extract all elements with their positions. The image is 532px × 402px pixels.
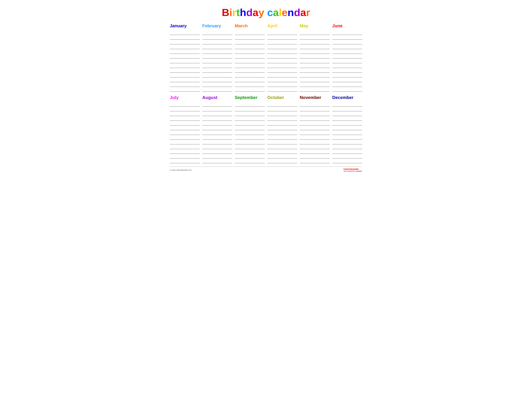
line[interactable] — [267, 130, 298, 135]
line[interactable] — [235, 77, 265, 82]
line[interactable] — [202, 102, 232, 107]
line[interactable] — [170, 73, 200, 77]
line[interactable] — [300, 102, 330, 107]
line[interactable] — [300, 125, 330, 130]
line[interactable] — [202, 116, 232, 121]
line[interactable] — [170, 154, 200, 159]
line[interactable] — [235, 44, 265, 49]
line[interactable] — [235, 144, 265, 149]
line[interactable] — [202, 111, 232, 116]
line[interactable] — [332, 130, 362, 135]
line[interactable] — [235, 73, 265, 77]
line[interactable] — [332, 59, 362, 63]
line[interactable] — [300, 44, 330, 49]
line[interactable] — [332, 54, 362, 59]
line[interactable] — [300, 144, 330, 149]
line[interactable] — [235, 102, 265, 107]
line[interactable] — [202, 35, 232, 40]
line[interactable] — [170, 40, 200, 44]
line[interactable] — [332, 135, 362, 140]
line[interactable] — [300, 130, 330, 135]
line[interactable] — [300, 159, 330, 163]
line[interactable] — [202, 59, 232, 63]
line[interactable] — [235, 154, 265, 159]
line[interactable] — [332, 44, 362, 49]
line[interactable] — [170, 111, 200, 116]
line[interactable] — [170, 135, 200, 140]
line[interactable] — [235, 63, 265, 68]
line[interactable] — [170, 116, 200, 121]
line[interactable] — [332, 144, 362, 149]
line[interactable] — [202, 159, 232, 163]
line[interactable] — [235, 68, 265, 73]
line[interactable] — [170, 107, 200, 111]
line[interactable] — [267, 159, 298, 163]
line[interactable] — [267, 77, 298, 82]
line[interactable] — [235, 159, 265, 163]
line[interactable] — [267, 49, 298, 54]
line[interactable] — [235, 107, 265, 111]
line[interactable] — [170, 144, 200, 149]
line[interactable] — [332, 73, 362, 77]
line[interactable] — [235, 135, 265, 140]
line[interactable] — [170, 54, 200, 59]
line[interactable] — [235, 125, 265, 130]
line[interactable] — [332, 68, 362, 73]
line[interactable] — [267, 35, 298, 40]
line[interactable] — [235, 149, 265, 154]
line[interactable] — [170, 121, 200, 125]
line[interactable] — [300, 35, 330, 40]
line[interactable] — [170, 130, 200, 135]
line[interactable] — [202, 77, 232, 82]
line[interactable] — [202, 54, 232, 59]
line[interactable] — [332, 121, 362, 125]
line[interactable] — [267, 68, 298, 73]
line[interactable] — [267, 82, 298, 87]
line[interactable] — [300, 82, 330, 87]
line[interactable] — [300, 59, 330, 63]
line[interactable] — [170, 35, 200, 40]
line[interactable] — [235, 35, 265, 40]
line[interactable] — [332, 82, 362, 87]
line[interactable] — [300, 40, 330, 44]
line[interactable] — [202, 49, 232, 54]
line[interactable] — [235, 82, 265, 87]
line[interactable] — [235, 130, 265, 135]
line[interactable] — [202, 44, 232, 49]
line[interactable] — [170, 59, 200, 63]
line[interactable] — [202, 107, 232, 111]
line[interactable] — [332, 140, 362, 144]
line[interactable] — [267, 125, 298, 130]
line[interactable] — [267, 111, 298, 116]
line[interactable] — [267, 40, 298, 44]
line[interactable] — [267, 30, 298, 35]
line[interactable] — [332, 35, 362, 40]
line[interactable] — [332, 111, 362, 116]
line[interactable] — [170, 140, 200, 144]
line[interactable] — [300, 140, 330, 144]
line[interactable] — [170, 87, 200, 92]
line[interactable] — [235, 87, 265, 92]
line[interactable] — [267, 87, 298, 92]
line[interactable] — [332, 149, 362, 154]
line[interactable] — [202, 82, 232, 87]
line[interactable] — [300, 154, 330, 159]
line[interactable] — [332, 63, 362, 68]
line[interactable] — [267, 154, 298, 159]
line[interactable] — [300, 121, 330, 125]
line[interactable] — [300, 49, 330, 54]
line[interactable] — [300, 135, 330, 140]
line[interactable] — [300, 107, 330, 111]
line[interactable] — [300, 54, 330, 59]
line[interactable] — [300, 116, 330, 121]
line[interactable] — [170, 125, 200, 130]
line[interactable] — [267, 54, 298, 59]
line[interactable] — [267, 144, 298, 149]
line[interactable] — [170, 82, 200, 87]
line[interactable] — [170, 44, 200, 49]
line[interactable] — [235, 116, 265, 121]
line[interactable] — [332, 30, 362, 35]
line[interactable] — [267, 116, 298, 121]
line[interactable] — [202, 30, 232, 35]
line[interactable] — [332, 87, 362, 92]
